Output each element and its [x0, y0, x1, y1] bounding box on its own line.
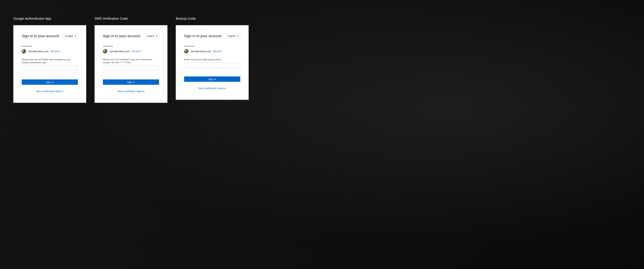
- language-select[interactable]: English: [64, 34, 78, 39]
- panel-heading: Backup Code: [176, 17, 249, 21]
- language-value: English: [146, 35, 154, 37]
- panel-google-authenticator: Google Authenticator App Sign in to your…: [13, 17, 86, 103]
- not-you-link[interactable]: Not you?: [132, 50, 141, 53]
- card-title: Sign in to your account: [184, 34, 222, 38]
- language-select[interactable]: English: [145, 34, 159, 39]
- caret-down-icon: [75, 36, 76, 37]
- verification-code-input[interactable]: [184, 63, 240, 68]
- username-value: John@redhat.com: [28, 50, 48, 53]
- more-verification-options-link[interactable]: More verification options: [198, 87, 226, 90]
- avatar: [103, 49, 107, 53]
- card-header: Sign in to your account English: [22, 34, 78, 39]
- panels-row: Google Authenticator App Sign in to your…: [0, 0, 644, 116]
- panel-heading: SMS Verification Code: [94, 17, 168, 21]
- sign-in-button[interactable]: Sign In: [22, 79, 78, 85]
- user-row: John@redhat.com Not you?: [103, 49, 159, 53]
- more-verification-options-link[interactable]: More verification options: [36, 90, 63, 93]
- verification-code-input[interactable]: [103, 66, 159, 71]
- signin-card: Sign in to your account English Username…: [94, 25, 168, 103]
- panel-heading: Google Authenticator App: [13, 17, 86, 21]
- card-header: Sign in to your account English: [184, 34, 240, 39]
- signin-card: Sign in to your account English Username…: [13, 25, 86, 103]
- caret-down-icon: [156, 36, 158, 37]
- username-label: Username: [22, 45, 78, 47]
- avatar: [184, 49, 188, 53]
- not-you-link[interactable]: Not you?: [50, 50, 60, 53]
- username-value: John@redhat.com: [109, 50, 130, 53]
- username-label: Username: [103, 45, 159, 47]
- avatar: [22, 49, 26, 53]
- sign-in-button[interactable]: Sign In: [103, 79, 159, 85]
- card-title: Sign in to your account: [22, 34, 59, 38]
- instruction-text: Please enter the verification code displ…: [22, 58, 78, 64]
- sign-in-button[interactable]: Sign In: [184, 76, 240, 82]
- user-row: John@redhat.com Not you?: [184, 49, 240, 53]
- language-value: English: [228, 35, 236, 37]
- user-row: John@redhat.com Not you?: [22, 49, 78, 53]
- card-header: Sign in to your account English: [103, 34, 159, 39]
- more-verification-options-link[interactable]: More verification options: [118, 90, 144, 93]
- instruction-text: Enter one of your 8-digit backup codes: [184, 58, 240, 61]
- instruction-text: Please enter the verification code sent …: [103, 58, 159, 64]
- verification-code-input[interactable]: [22, 66, 78, 71]
- language-value: English: [65, 35, 73, 37]
- panel-backup-code: Backup Code Sign in to your account Engl…: [176, 17, 249, 100]
- username-label: Username: [184, 45, 240, 47]
- caret-down-icon: [237, 36, 239, 37]
- card-title: Sign in to your account: [103, 34, 140, 38]
- username-value: John@redhat.com: [190, 50, 211, 53]
- signin-card: Sign in to your account English Username…: [176, 25, 249, 100]
- language-select[interactable]: English: [226, 34, 240, 39]
- not-you-link[interactable]: Not you?: [213, 50, 222, 53]
- panel-sms-verification: SMS Verification Code Sign in to your ac…: [94, 17, 168, 103]
